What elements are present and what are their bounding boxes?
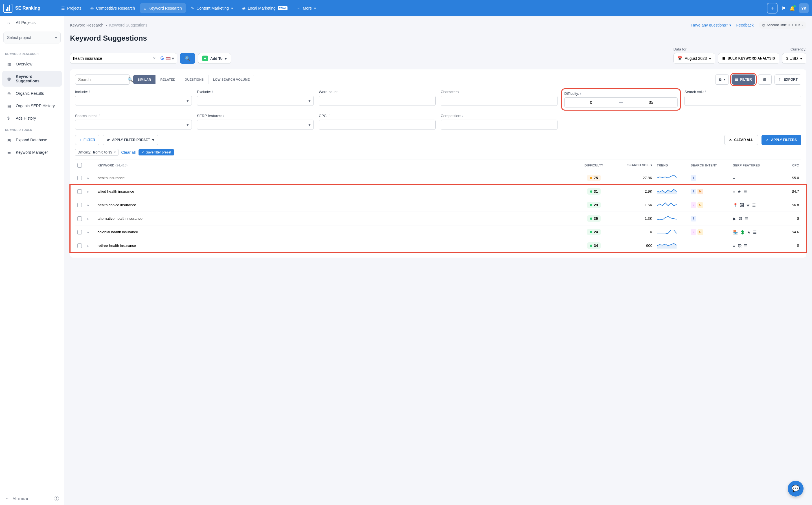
select-all-checkbox[interactable]: [77, 163, 82, 168]
help-icon[interactable]: ?: [54, 496, 59, 501]
clear-all-link[interactable]: Clear all: [121, 150, 136, 155]
bell-icon[interactable]: 🔔: [789, 6, 795, 11]
row-checkbox[interactable]: [77, 189, 82, 194]
info-icon[interactable]: i: [802, 24, 803, 27]
col-difficulty[interactable]: DIFFICULTY: [576, 161, 612, 170]
info-icon[interactable]: i: [99, 114, 99, 117]
copy-button[interactable]: ⧉▾: [715, 74, 729, 85]
range-from-input[interactable]: [685, 96, 740, 106]
info-icon[interactable]: i: [705, 90, 706, 94]
breadcrumb-item[interactable]: Keyword Research: [70, 23, 103, 27]
filter-toggle-button[interactable]: ☰FILTER: [732, 74, 755, 85]
expand-icon[interactable]: ▸: [88, 244, 89, 247]
columns-button[interactable]: ▥: [758, 74, 772, 85]
keyword-cell[interactable]: health insurance: [96, 173, 576, 183]
filter-select[interactable]: ▾: [75, 120, 192, 130]
mini-search-input[interactable]: [78, 77, 128, 82]
filter-select[interactable]: ▾: [197, 96, 314, 106]
info-icon[interactable]: i: [462, 114, 463, 117]
clear-all-button[interactable]: ✕CLEAR ALL: [724, 135, 758, 145]
search-button[interactable]: 🔍: [180, 53, 195, 64]
bulk-analysis-button[interactable]: ⊞BULK KEYWORD ANALYSIS: [718, 53, 779, 64]
project-selector[interactable]: Select project▾: [3, 32, 61, 43]
info-icon[interactable]: i: [329, 114, 329, 117]
keyword-cell[interactable]: alternative health insurance: [96, 213, 576, 223]
range-from-input[interactable]: [319, 96, 374, 106]
sidebar-minimize[interactable]: ←Minimize?: [0, 492, 64, 505]
col-cpc[interactable]: CPC: [779, 161, 801, 170]
date-selector[interactable]: 📅August 2023▾: [673, 53, 715, 64]
expand-icon[interactable]: ▸: [88, 203, 89, 207]
keyword-cell[interactable]: colonial health insurance: [96, 227, 576, 237]
sidebar-overview[interactable]: ▦Overview: [2, 58, 62, 70]
save-preset-chip[interactable]: ✓Save filter preset: [139, 149, 174, 155]
tab-similar[interactable]: SIMILAR: [133, 75, 156, 84]
row-checkbox[interactable]: [77, 243, 82, 248]
info-icon[interactable]: i: [89, 90, 90, 94]
add-to-button[interactable]: + Add To ▾: [198, 53, 231, 64]
info-icon[interactable]: i: [223, 114, 224, 117]
nav-competitive[interactable]: ◎Competitive Research: [86, 3, 139, 13]
sidebar-expand-db[interactable]: ▣Expand Database: [2, 134, 62, 146]
filter-select[interactable]: ▾: [197, 120, 314, 130]
col-keyword[interactable]: KEYWORD (24,418): [96, 161, 576, 170]
col-intent[interactable]: SEARCH INTENT: [688, 161, 731, 170]
range-to-input[interactable]: [502, 96, 557, 106]
range-to-input[interactable]: [380, 120, 435, 130]
currency-selector[interactable]: $ USD▾: [782, 53, 806, 64]
range-to-input[interactable]: [746, 96, 801, 106]
sidebar-organic-results[interactable]: ◎Organic Results: [2, 88, 62, 99]
nav-more[interactable]: ⋯More▾: [293, 3, 320, 13]
brand-logo[interactable]: SE Ranking: [3, 4, 40, 13]
avatar[interactable]: YK: [799, 3, 809, 13]
nav-keyword-research[interactable]: ⌕Keyword Research: [140, 3, 186, 13]
sidebar-all-projects[interactable]: ⌂All Projects: [2, 17, 62, 28]
apply-filters-button[interactable]: ✓APPLY FILTERS: [762, 135, 801, 145]
sidebar-ads-history[interactable]: $Ads History: [2, 113, 62, 124]
close-icon[interactable]: ×: [114, 150, 116, 154]
keyword-input[interactable]: [73, 56, 153, 61]
filter-select[interactable]: ▾: [75, 96, 192, 106]
nav-content[interactable]: ✎Content Marketing▾: [187, 3, 237, 13]
questions-link[interactable]: Have any questions? ▾: [691, 23, 731, 27]
sidebar-keyword-suggestions[interactable]: ◍Keyword Suggestions: [2, 71, 62, 87]
apply-preset-button[interactable]: ⟳APPLY FILTER PRESET▾: [103, 135, 158, 145]
keyword-cell[interactable]: allied health insurance: [96, 186, 576, 196]
flag-icon[interactable]: ⚑: [782, 6, 786, 11]
chevron-down-icon[interactable]: ▾: [172, 56, 174, 61]
range-to-input[interactable]: [624, 98, 677, 107]
add-filter-button[interactable]: +FILTER: [75, 135, 99, 145]
export-button[interactable]: ⭱EXPORT: [775, 74, 801, 85]
info-icon[interactable]: i: [212, 90, 213, 94]
range-from-input[interactable]: [564, 98, 618, 107]
row-checkbox[interactable]: [77, 203, 82, 207]
range-to-input[interactable]: [380, 96, 435, 106]
nav-local[interactable]: ◉Local MarketingTRIAL: [238, 3, 292, 13]
range-to-input[interactable]: [502, 120, 557, 130]
sidebar-serp-history[interactable]: ▤Organic SERP History: [2, 100, 62, 112]
col-volume[interactable]: SEARCH VOL. ▾: [612, 161, 655, 170]
row-checkbox[interactable]: [77, 216, 82, 221]
sidebar-keyword-manager[interactable]: ☰Keyword Manager: [2, 147, 62, 158]
nav-projects[interactable]: ☰Projects: [57, 3, 86, 13]
chat-fab[interactable]: 💬: [788, 481, 804, 497]
range-from-input[interactable]: [319, 120, 374, 130]
add-button[interactable]: +: [767, 3, 778, 14]
expand-icon[interactable]: ▸: [88, 230, 89, 234]
keyword-cell[interactable]: retiree health insurance: [96, 241, 576, 250]
range-from-input[interactable]: [441, 96, 496, 106]
tab-questions[interactable]: QUESTIONS: [180, 75, 209, 84]
feedback-link[interactable]: Feedback: [737, 23, 754, 27]
row-checkbox[interactable]: [77, 176, 82, 180]
col-trend[interactable]: TREND: [655, 161, 688, 170]
clear-icon[interactable]: ×: [153, 56, 155, 61]
tab-related[interactable]: RELATED: [156, 75, 180, 84]
row-checkbox[interactable]: [77, 230, 82, 234]
expand-icon[interactable]: ▸: [88, 217, 89, 220]
expand-icon[interactable]: ▸: [88, 190, 89, 193]
keyword-cell[interactable]: health choice insurance: [96, 200, 576, 210]
col-serp[interactable]: SERP FEATURES: [731, 161, 779, 170]
expand-icon[interactable]: ▸: [88, 176, 89, 180]
tab-low-volume[interactable]: LOW SEARCH VOLUME: [208, 75, 254, 84]
range-from-input[interactable]: [441, 120, 496, 130]
